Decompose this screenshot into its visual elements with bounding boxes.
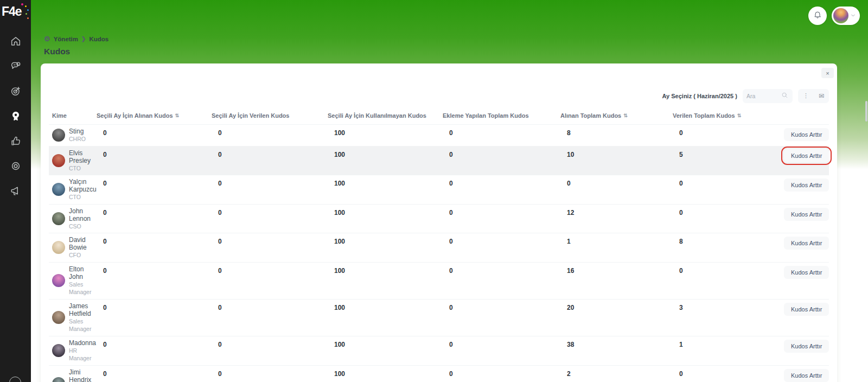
scrollbar-thumb[interactable] [865, 101, 867, 122]
sidebar-item-chat[interactable] [9, 61, 22, 74]
action-cell: Kudos Arttır [784, 178, 829, 201]
cell-verilen-toplam: 0 [673, 368, 784, 382]
avatar [52, 274, 65, 287]
sidebar-item-seal[interactable] [9, 161, 22, 174]
kudos-arttir-button[interactable]: Kudos Arttır [784, 303, 829, 316]
cell-alinan-secili-ay: 0 [97, 236, 212, 259]
export-button[interactable]: ✉ [814, 89, 829, 103]
column-header: Ekleme Yapılan Toplam Kudos [443, 112, 560, 119]
person-name: Yalçın Karpuzcu [69, 178, 97, 193]
page-title: Kudos [44, 47, 70, 56]
cell-alinan-secili-ay: 0 [97, 149, 212, 173]
cell-alinan-toplam: 8 [560, 128, 673, 143]
seal-icon [10, 160, 22, 174]
kudos-card: × Ay Seçiniz ( Haziran/2025 ) ⋮ ✉ KimeSe… [41, 63, 837, 382]
thumbs-up-icon [10, 135, 22, 149]
person-cell: Madonna HR Manager [49, 339, 97, 362]
logo-dot [25, 13, 27, 15]
person-role: CFO [69, 252, 81, 258]
kudos-arttir-button[interactable]: Kudos Arttır [784, 340, 829, 353]
cell-alinan-secili-ay: 0 [97, 368, 212, 382]
kudos-arttir-button[interactable]: Kudos Arttır [784, 237, 829, 250]
kebab-menu-icon: ⋮ [803, 92, 809, 99]
brand-logo-text: F4e [2, 4, 22, 18]
kudos-arttir-button[interactable]: Kudos Arttır [784, 369, 829, 382]
sort-icon[interactable]: ⇅ [623, 113, 628, 118]
profile-menu-button[interactable] [832, 7, 860, 25]
search-box [743, 89, 793, 103]
kudos-arttir-button[interactable]: Kudos Arttır [784, 266, 829, 279]
cell-alinan-toplam: 38 [560, 339, 673, 362]
cell-kullanilmayan: 100 [328, 207, 443, 231]
kudos-arttir-button[interactable]: Kudos Arttır [784, 208, 829, 221]
cell-alinan-secili-ay: 0 [97, 339, 212, 362]
table-row: Jimi Hendrix Sales Manager 0 0 100 0 2 0… [49, 365, 829, 382]
cell-kullanilmayan: 100 [328, 128, 443, 143]
person-role: HR Manager [69, 347, 91, 362]
person-role: CSO [69, 223, 81, 230]
cell-alinan-toplam: 0 [560, 178, 673, 201]
column-header: Kime [49, 112, 97, 119]
person-name: Jimi Hendrix [69, 368, 91, 382]
table-row: David Bowie CFO 0 0 100 0 1 8 Kudos Artt… [49, 233, 829, 262]
home-icon [10, 35, 22, 49]
sidebar-item-target[interactable] [9, 86, 22, 99]
kudos-arttir-button[interactable]: Kudos Arttır [784, 179, 829, 192]
column-header[interactable]: Verilen Toplam Kudos⇅ [673, 112, 784, 119]
close-button[interactable]: × [821, 68, 834, 78]
table-body: Sting CHRO 0 0 100 0 8 0 Kudos Arttır El… [49, 124, 829, 382]
person-name: Elvis Presley [69, 149, 91, 164]
avatar [52, 344, 65, 357]
person-role: Sales Manager [69, 318, 91, 333]
brand-logo[interactable]: F4e [2, 4, 30, 24]
avatar [52, 311, 65, 324]
breadcrumb-separator-icon: ❯ [81, 36, 86, 42]
sort-icon[interactable]: ⇅ [175, 113, 180, 118]
cell-verilen-toplam: 0 [673, 178, 784, 201]
sidebar-item-announcements[interactable] [9, 186, 22, 199]
breadcrumb-page[interactable]: Kudos [89, 36, 108, 42]
cell-kullanilmayan: 100 [328, 302, 443, 333]
help-icon[interactable] [9, 377, 21, 382]
sidebar: F4e [0, 0, 31, 382]
search-input[interactable] [746, 93, 779, 99]
table-row: Yalçın Karpuzcu CTO 0 0 100 0 0 0 Kudos … [49, 175, 829, 204]
sidebar-item-kudos[interactable] [9, 111, 22, 124]
month-select-label[interactable]: Ay Seçiniz ( Haziran/2025 ) [662, 93, 737, 99]
cell-verilen-toplam: 8 [673, 236, 784, 259]
more-options-button[interactable]: ⋮ [798, 89, 814, 103]
column-header[interactable]: Seçili Ay İçin Alınan Kudos⇅ [97, 112, 212, 119]
cell-verilen-toplam: 0 [673, 207, 784, 231]
cell-ekleme-toplam: 0 [443, 339, 560, 362]
notifications-button[interactable] [808, 7, 827, 25]
cell-kullanilmayan: 100 [328, 368, 443, 382]
cell-alinan-toplam: 20 [560, 302, 673, 333]
cell-kullanilmayan: 100 [328, 265, 443, 296]
megaphone-icon [10, 185, 22, 199]
cell-ekleme-toplam: 0 [443, 302, 560, 333]
avatar [52, 129, 65, 142]
chat-icon [10, 60, 22, 74]
column-header[interactable]: Alınan Toplam Kudos⇅ [560, 112, 673, 119]
action-cell: Kudos Arttır [784, 302, 829, 333]
sidebar-item-thumbs-up[interactable] [9, 136, 22, 149]
cell-verilen-toplam: 0 [673, 128, 784, 143]
sidebar-item-home[interactable] [9, 36, 22, 49]
cell-verilen-toplam: 1 [673, 339, 784, 362]
kudos-arttir-button[interactable]: Kudos Arttır [784, 128, 829, 141]
action-cell: Kudos Arttır [784, 265, 829, 296]
cell-ekleme-toplam: 0 [443, 368, 560, 382]
person-name: David Bowie [69, 236, 87, 251]
person-role: CTO [69, 194, 81, 200]
sort-icon[interactable]: ⇅ [737, 113, 742, 118]
breadcrumb-section[interactable]: Yönetim [54, 36, 78, 42]
person-cell: Yalçın Karpuzcu CTO [49, 178, 97, 201]
table-row: Elton John Sales Manager 0 0 100 0 16 0 … [49, 262, 829, 299]
action-cell: Kudos Arttır [784, 339, 829, 362]
sidebar-nav [0, 36, 31, 199]
person-name: Madonna [69, 339, 96, 347]
kudos-arttir-button[interactable]: Kudos Arttır [784, 149, 829, 162]
cell-kullanilmayan: 100 [328, 178, 443, 201]
person-role: CTO [69, 165, 81, 171]
cell-kullanilmayan: 100 [328, 236, 443, 259]
